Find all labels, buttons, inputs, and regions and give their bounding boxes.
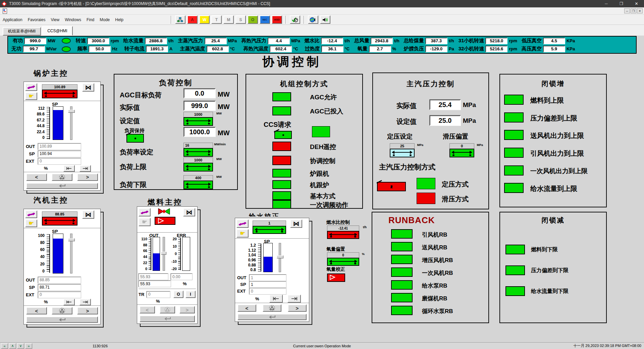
load-setpoint-slider[interactable]: 1000 MW	[183, 112, 213, 126]
sp-field[interactable]: 1	[249, 281, 286, 288]
transfer-right-button[interactable]	[79, 165, 91, 172]
sp-slider-handle[interactable]	[277, 255, 283, 258]
setpoint-widget-button[interactable]: ⋈	[82, 210, 94, 219]
load-upper-slider[interactable]: 1000 MW	[183, 157, 213, 171]
bowtie-icon: ⋈	[186, 208, 193, 216]
output-bargraph	[53, 106, 63, 140]
setpoint-widget-button[interactable]: ⋈	[290, 219, 302, 228]
tune-button[interactable]	[25, 210, 37, 218]
ccs-request-toggle[interactable]	[274, 131, 292, 139]
minimize-button[interactable]: ─	[599, 0, 614, 7]
sp-field[interactable]: 55.93	[139, 281, 171, 287]
alarm-check-button[interactable]	[290, 15, 300, 24]
increase-button[interactable]: >	[288, 304, 307, 312]
menu-application[interactable]: Application	[0, 17, 25, 22]
sp-field[interactable]: 88.71	[38, 284, 81, 291]
menu-windows[interactable]: Windows	[62, 17, 84, 22]
sp-slider[interactable]	[279, 243, 281, 272]
load-lower-slider[interactable]: 400 MW	[183, 175, 213, 189]
pressure-mode-selector[interactable]: 2	[377, 182, 406, 191]
output-bar-widget[interactable]: 88.85	[42, 211, 77, 227]
toolbar-asd-button[interactable]: ASD	[272, 15, 282, 24]
alarm-ack-button[interactable]	[52, 173, 72, 181]
alarm-ack-button[interactable]	[263, 304, 281, 312]
transfer-left-button[interactable]	[269, 295, 283, 303]
menu-help[interactable]: Help	[112, 17, 126, 22]
manual-mode-button[interactable]: ☛	[139, 218, 151, 226]
speaker-button[interactable]	[320, 15, 330, 24]
decrease-button[interactable]: <	[26, 307, 47, 314]
ratio-slider-widget[interactable]: 1	[253, 220, 286, 238]
menu-view[interactable]: View	[48, 17, 62, 22]
toolbar-separator	[171, 16, 172, 24]
sp-slider-handle[interactable]	[68, 238, 75, 241]
strip-col-feedwater: 给水流量2886.8t/h 转子电流1891.3A	[123, 37, 174, 52]
increase-button[interactable]: >	[77, 173, 98, 181]
tune-button[interactable]	[25, 83, 37, 91]
value-box: 5216.6	[485, 46, 507, 52]
ccs-request-indicator[interactable]	[312, 126, 330, 137]
confirm-button[interactable]	[140, 315, 195, 322]
load-rate-slider[interactable]: 16 MW/min	[183, 143, 213, 157]
decrease-button[interactable]: <	[140, 306, 155, 313]
close-button[interactable]: ✕	[629, 0, 644, 7]
sp-slider[interactable]	[70, 234, 72, 273]
menu-favoraies[interactable]: Favoraies	[25, 17, 48, 22]
increase-button[interactable]: >	[77, 307, 98, 314]
menu-mode[interactable]: Mode	[97, 17, 112, 22]
sp-slider[interactable]	[70, 106, 72, 140]
manual-mode-button[interactable]: ☛	[236, 229, 249, 238]
o2-bias-label: 氧量偏置	[326, 246, 345, 252]
sliding-bias-slider[interactable]: 0 MPa	[449, 143, 474, 157]
manual-mode-button[interactable]: ☛	[25, 219, 37, 227]
system-tree-button[interactable]	[175, 15, 185, 24]
toolbar-t-button[interactable]: T	[211, 15, 222, 24]
increase-button[interactable]: >	[179, 306, 195, 313]
confirm-button[interactable]	[26, 316, 98, 323]
toolbar-s-button[interactable]: S	[235, 15, 246, 24]
toolbar-m-button[interactable]: M	[223, 15, 234, 24]
transfer-right-button[interactable]	[79, 299, 91, 305]
setpoint-widget-button[interactable]: ⋈	[183, 208, 195, 216]
toolbar-o-button[interactable]: O	[248, 15, 258, 24]
alarm-ack-button[interactable]	[52, 307, 72, 314]
value-box: 3000.0	[87, 38, 109, 44]
restore-button[interactable]: ❐	[614, 0, 629, 7]
fixed-pressure-slider[interactable]: 25 MPa	[390, 143, 415, 157]
confirm-button[interactable]	[26, 183, 98, 189]
menu-find[interactable]: Find	[84, 17, 97, 22]
load-hold-toggle[interactable]	[126, 134, 144, 143]
mdi-minimize-button[interactable]: ─	[624, 8, 630, 13]
tr-on-button[interactable]: I	[185, 291, 196, 298]
toolbar-w-button[interactable]: W	[199, 15, 210, 24]
transfer-left-button[interactable]	[63, 165, 75, 172]
transfer-left-button[interactable]	[63, 299, 75, 305]
tr-off-button[interactable]: O	[173, 291, 183, 298]
tab-unit-menu[interactable]: 机组菜单@HMI	[3, 27, 41, 36]
sp-slider[interactable]	[163, 237, 165, 271]
mdi-restore-button[interactable]: ❐	[631, 8, 636, 13]
toolbar-ic-button[interactable]: I&C	[260, 15, 270, 24]
sp-slider-handle[interactable]	[68, 110, 75, 113]
tab-ccs-hmi[interactable]: CCS@HMI	[42, 26, 73, 36]
sp-slider-handle[interactable]	[161, 252, 166, 255]
fuel-water-ratio-slider[interactable]: -12.41 t/h	[327, 226, 359, 239]
transfer-right-button[interactable]	[287, 295, 301, 303]
sp-field[interactable]: 100.94	[38, 151, 81, 157]
toolbar-a-button[interactable]: A	[187, 15, 198, 24]
decrease-button[interactable]: <	[26, 173, 47, 181]
o2-correction-button[interactable]	[327, 273, 345, 282]
tune-button[interactable]	[139, 208, 151, 216]
o2-bias-slider[interactable]: 0 %	[327, 252, 359, 266]
output-bar-widget[interactable]: 100.89	[42, 84, 77, 100]
tune-button[interactable]	[236, 219, 249, 228]
alarm-ack-button[interactable]	[160, 306, 175, 313]
mdi-close-button[interactable]: ✕	[637, 8, 643, 13]
setpoint-widget-button[interactable]: ⋈	[82, 83, 94, 92]
manual-mode-button[interactable]: ☛	[25, 92, 37, 100]
trend-sound-button[interactable]	[308, 15, 318, 24]
app-logo-icon	[2, 1, 7, 6]
boiler-follow-indicator	[272, 169, 291, 178]
confirm-button[interactable]	[237, 314, 307, 320]
decrease-button[interactable]: <	[237, 304, 256, 312]
